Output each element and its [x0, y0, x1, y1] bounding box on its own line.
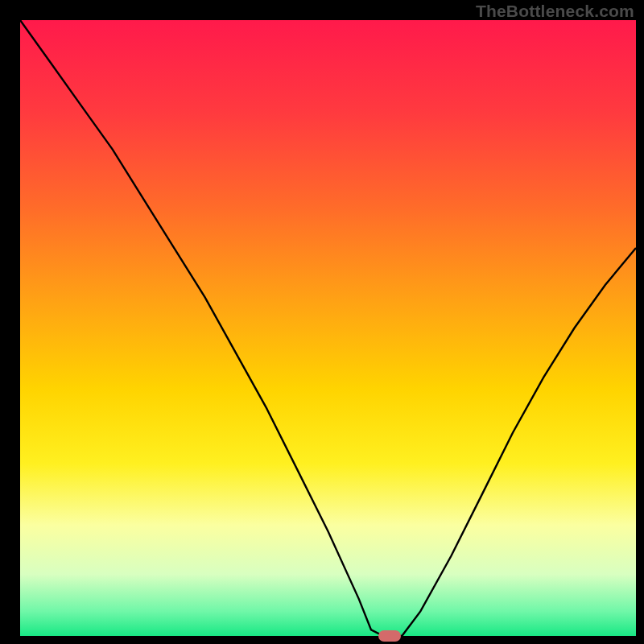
watermark-text: TheBottleneck.com [476, 2, 634, 21]
chart-frame: TheBottleneck.com [0, 0, 644, 644]
plot-background-gradient [20, 20, 636, 636]
optimal-point-marker [378, 630, 401, 642]
bottleneck-chart [0, 0, 644, 644]
